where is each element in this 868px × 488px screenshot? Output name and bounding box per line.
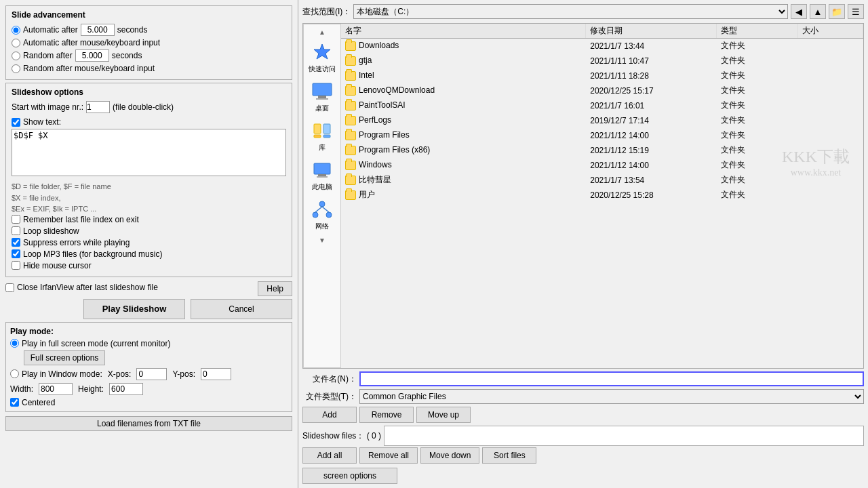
table-row[interactable]: Program Files2021/1/12 14:00文件夹 [341,128,863,143]
suppress-errors-checkbox[interactable] [12,238,20,247]
add-button[interactable]: Add [302,407,357,423]
col-date-header[interactable]: 修改日期 [586,24,716,39]
load-filenames-button[interactable]: Load filenames from TXT file [5,416,292,431]
right-panel: 查找范围(I)： 本地磁盘（C:） ◀ ▲ 📁 ☰ ▲ 快速访问 [298,0,868,488]
xpos-input[interactable] [136,368,167,380]
full-screen-btn-row: Full screen options [24,350,288,365]
table-row[interactable]: PerfLogs2019/12/7 17:14文件夹 [341,113,863,128]
action-buttons-top: Add Remove Move up [302,407,864,423]
automatic-seconds-input[interactable] [81,24,115,36]
file-size-cell [797,158,863,173]
table-row[interactable]: Program Files (x86)2021/1/12 15:19文件夹 [341,143,863,158]
loop-mp3-checkbox[interactable] [12,249,20,258]
sidebar-item-desktop[interactable]: 桌面 [304,78,340,116]
table-row[interactable]: gtja2021/1/11 10:47文件夹 [341,54,863,68]
file-size-cell [797,143,863,158]
loop-slideshow-checkbox[interactable] [12,226,20,235]
look-in-select[interactable]: 本地磁盘（C:） [353,4,788,19]
automatic-mouse-label: Automatic after mouse/keyboard input [23,38,160,47]
svg-rect-7 [323,135,330,138]
xpos-label: X-pos: [108,369,132,379]
random-seconds-input[interactable] [75,49,109,62]
scroll-up-arrow[interactable]: ▲ [317,27,327,37]
file-name-cell: 比特彗星 [341,173,586,188]
svg-rect-2 [318,96,326,98]
file-date-cell: 2020/12/25 15:28 [586,188,716,203]
filename-input[interactable] [359,371,864,386]
screen-options-button[interactable]: screen options [302,468,397,484]
full-screen-radio[interactable] [10,339,19,348]
file-list[interactable]: KKK下載 www.kkx.net 名字 修改日期 类型 大小 Download… [341,24,863,368]
sidebar-item-network[interactable]: 网络 [304,196,340,234]
file-date-cell: 2021/1/11 18:28 [586,68,716,83]
window-mode-radio[interactable] [10,369,19,378]
table-row[interactable]: 比特彗星2021/1/7 13:54文件夹 [341,173,863,188]
col-size-header[interactable]: 大小 [797,24,863,39]
svg-rect-6 [314,135,321,138]
table-header-row: 名字 修改日期 类型 大小 [341,24,863,39]
remove-button[interactable]: Remove [359,407,414,423]
help-button[interactable]: Help [258,281,292,296]
show-text-textarea[interactable]: $D$F $X [12,129,286,176]
loop-slideshow-row: Loop slideshow [12,226,286,236]
svg-rect-5 [323,124,330,134]
automatic-after-radio[interactable] [12,26,20,35]
filetype-row: 文件类型(T)： Common Graphic Files [302,389,864,404]
sidebar-item-library[interactable]: 库 [304,117,340,155]
full-screen-options-button[interactable]: Full screen options [24,350,105,365]
file-type-cell: 文件夹 [716,128,797,143]
sort-files-button[interactable]: Sort files [482,447,536,464]
table-row[interactable]: Downloads2021/1/7 13:44文件夹 [341,39,863,54]
random-mouse-radio[interactable] [12,64,20,73]
centered-row: Centered [10,398,288,407]
random-after-label: Random after [23,51,73,60]
move-up-button[interactable]: Move up [416,407,471,423]
filetype-select[interactable]: Common Graphic Files [359,389,864,404]
table-row[interactable]: LenovoQMDownload2020/12/25 15:17文件夹 [341,83,863,98]
height-input[interactable] [109,383,143,395]
centered-checkbox[interactable] [10,398,19,407]
col-type-header[interactable]: 类型 [716,24,797,39]
file-name-cell: Downloads [341,39,586,54]
start-image-label: Start with image nr.: [12,102,83,112]
new-folder-button[interactable]: 📁 [829,4,845,19]
window-mode-label: Play in Window mode: [22,369,102,379]
back-button[interactable]: ◀ [791,4,807,19]
centered-label: Centered [22,398,55,407]
random-after-radio[interactable] [12,52,20,60]
file-date-cell: 2021/1/7 13:54 [586,173,716,188]
automatic-mouse-radio[interactable] [12,39,20,47]
width-input[interactable] [39,383,73,395]
sidebar-label-quick-access: 快速访问 [309,64,336,74]
up-button[interactable]: ▲ [810,4,826,19]
show-text-checkbox[interactable] [12,118,20,127]
slideshow-files-list[interactable] [384,426,864,446]
loop-slideshow-label: Loop slideshow [23,226,79,236]
file-name-cell: Windows [341,158,586,173]
move-down-button[interactable]: Move down [420,447,479,464]
table-row[interactable]: Windows2021/1/12 14:00文件夹 [341,158,863,173]
view-button[interactable]: ☰ [848,4,864,19]
cancel-button[interactable]: Cancel [191,299,292,319]
svg-rect-10 [317,176,328,178]
sidebar-label-library: 库 [319,143,326,152]
table-row[interactable]: PaintToolSAI2021/1/7 16:01文件夹 [341,98,863,113]
sidebar-item-quick-access[interactable]: 快速访问 [304,39,340,77]
ypos-input[interactable] [201,368,231,380]
file-size-cell [797,54,863,68]
table-row[interactable]: 用户2020/12/25 15:28文件夹 [341,188,863,203]
col-name-header[interactable]: 名字 [341,24,586,39]
play-slideshow-button[interactable]: Play Slideshow [83,299,185,319]
start-image-input[interactable] [86,101,110,113]
scroll-down-arrow[interactable]: ▼ [317,235,327,245]
add-all-button[interactable]: Add all [302,447,357,464]
file-type-cell: 文件夹 [716,113,797,128]
remember-last-file-checkbox[interactable] [12,215,20,224]
file-date-cell: 2021/1/12 14:00 [586,128,716,143]
hide-mouse-label: Hide mouse cursor [23,261,92,270]
table-row[interactable]: Intel2021/1/11 18:28文件夹 [341,68,863,83]
remove-all-button[interactable]: Remove all [359,447,418,464]
sidebar-item-this-pc[interactable]: 此电脑 [304,157,340,195]
close-irfanview-checkbox[interactable] [5,283,14,292]
hide-mouse-checkbox[interactable] [12,261,20,270]
